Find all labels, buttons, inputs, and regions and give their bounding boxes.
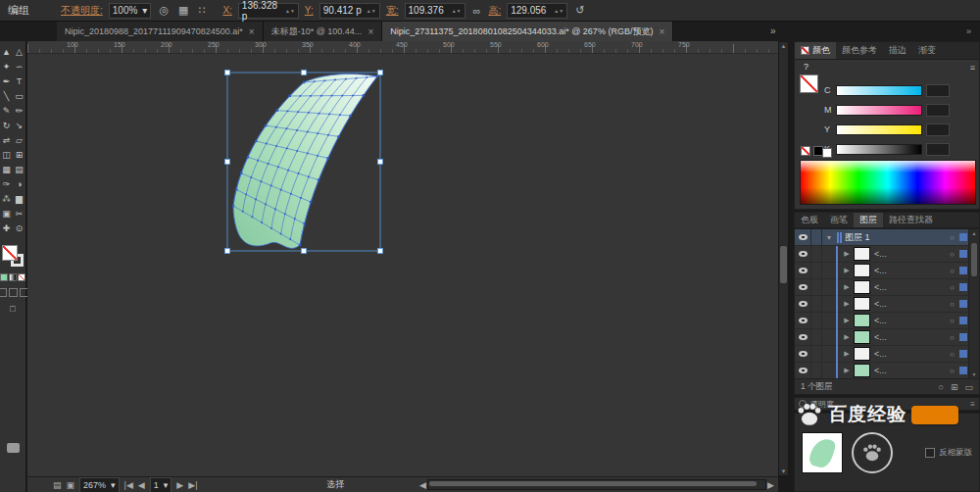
mesh-anchor-point[interactable] [317, 155, 318, 157]
mesh-anchor-point[interactable] [232, 205, 234, 207]
mesh-anchor-point[interactable] [290, 193, 292, 195]
panel-tab-颜色参考[interactable]: 颜色参考 [836, 42, 883, 59]
document-tab[interactable]: Nipic_27311375_20180801082504344033.ai* … [382, 22, 673, 41]
mesh-anchor-point[interactable] [265, 124, 267, 126]
pen-tool[interactable]: ✒ [0, 74, 13, 89]
panel-tab-画笔[interactable]: 画笔 [824, 213, 854, 227]
mesh-anchor-point[interactable] [252, 217, 254, 219]
horizontal-scroll-track[interactable] [427, 479, 766, 490]
mesh-anchor-point[interactable] [376, 75, 378, 77]
scroll-down-icon[interactable]: ▼ [779, 468, 788, 474]
free-transform-tool[interactable]: ▱ [13, 133, 25, 148]
mesh-anchor-point[interactable] [299, 244, 301, 246]
target-icon[interactable]: ○ [947, 350, 957, 359]
lock-cell[interactable] [811, 229, 822, 245]
rotate-tool[interactable]: ↻ [0, 119, 13, 133]
white-swatch[interactable] [822, 148, 832, 158]
mesh-anchor-point[interactable] [286, 128, 288, 130]
expand-triangle-icon[interactable]: ▼ [824, 234, 834, 241]
target-icon[interactable]: ○ [947, 333, 957, 342]
mesh-anchor-point[interactable] [300, 95, 302, 97]
canvas[interactable]: 1001502002503003504004505005506006507007… [27, 41, 778, 476]
mesh-anchor-point[interactable] [268, 163, 270, 165]
mesh-object[interactable] [223, 67, 390, 258]
mesh-anchor-point[interactable] [324, 80, 326, 82]
channel-value-input[interactable] [926, 104, 950, 117]
target-icon[interactable]: ○ [947, 250, 957, 259]
spinner-icon[interactable]: ▲▼ [554, 9, 564, 13]
mesh-anchor-point[interactable] [300, 197, 302, 199]
mesh-anchor-point[interactable] [275, 145, 277, 147]
visibility-cell[interactable] [795, 313, 811, 328]
target-icon[interactable]: ○ [947, 367, 957, 375]
selection-handle[interactable] [225, 71, 230, 75]
scroll-up-icon[interactable]: ▲ [969, 230, 979, 236]
artboard-number-select[interactable]: 1 ▾ [150, 477, 172, 492]
lock-cell[interactable] [811, 263, 822, 278]
column-graph-tool[interactable]: ▆ [13, 192, 25, 207]
mesh-anchor-point[interactable] [308, 112, 310, 114]
vertical-scrollbar[interactable]: ▲ ▼ [778, 41, 789, 476]
visibility-cell[interactable] [795, 296, 811, 312]
opacity-label[interactable]: 不透明度: [61, 4, 103, 18]
panel-tab-图层[interactable]: 图层 [854, 213, 883, 227]
artboard-nav-icon[interactable]: ▣ [67, 480, 75, 490]
close-icon[interactable]: × [249, 26, 255, 37]
mesh-anchor-point[interactable] [318, 132, 319, 134]
expand-triangle-icon[interactable]: ▶ [842, 283, 852, 291]
expand-triangle-icon[interactable]: ▶ [842, 267, 852, 274]
selection-handle[interactable] [302, 71, 307, 75]
document-tab[interactable]: 未标题-10* @ 100.44...× [264, 22, 383, 41]
next-artboard-icon[interactable]: ▶ [176, 480, 183, 490]
layer-row[interactable]: ▶<...○ [795, 346, 979, 363]
mesh-anchor-point[interactable] [247, 156, 249, 158]
style-circle-icon[interactable]: ◎ [159, 4, 169, 17]
opacity-select[interactable]: 100% ▾ [109, 3, 152, 19]
layer-row[interactable]: ▶<...○ [795, 246, 979, 263]
mesh-anchor-point[interactable] [280, 233, 282, 235]
height-input[interactable]: 129.056▲▼ [507, 3, 567, 19]
mesh-anchor-point[interactable] [245, 194, 247, 196]
mesh-anchor-point[interactable] [298, 172, 300, 174]
selection-handle[interactable] [225, 249, 230, 254]
document-tab[interactable]: Nipic_20180988_20177111909470824500.ai*× [57, 22, 264, 41]
mesh-anchor-point[interactable] [251, 176, 253, 178]
horizontal-scroll-thumb[interactable] [429, 481, 757, 486]
mesh-anchor-point[interactable] [284, 214, 286, 216]
first-artboard-icon[interactable]: |◀ [124, 480, 133, 490]
mesh-anchor-point[interactable] [261, 180, 263, 182]
close-icon[interactable]: × [368, 26, 373, 37]
mesh-anchor-point[interactable] [307, 153, 309, 155]
x-input[interactable]: 136.328 p▲▼ [238, 3, 299, 19]
mesh-anchor-point[interactable] [367, 76, 368, 78]
mesh-anchor-point[interactable] [289, 95, 291, 97]
selection-handle[interactable] [225, 160, 230, 165]
spinner-icon[interactable]: ▲▼ [285, 9, 295, 13]
spinner-icon[interactable]: ▲▼ [452, 9, 462, 13]
last-artboard-icon[interactable]: ▶| [188, 480, 197, 490]
mesh-anchor-point[interactable] [290, 239, 292, 241]
mesh-anchor-point[interactable] [270, 185, 272, 187]
mesh-anchor-point[interactable] [320, 95, 322, 97]
mesh-anchor-point[interactable] [327, 134, 329, 136]
expand-triangle-icon[interactable]: ▶ [842, 317, 852, 324]
layers-scroll-thumb[interactable] [971, 243, 977, 276]
mesh-anchor-point[interactable] [280, 189, 282, 191]
blend-tool[interactable]: ◑ [13, 177, 25, 192]
scroll-down-icon[interactable]: ▼ [969, 371, 979, 377]
mesh-anchor-point[interactable] [318, 113, 320, 115]
visibility-cell[interactable] [795, 263, 811, 278]
help-icon[interactable]: ? [804, 62, 808, 72]
constrain-proportions-icon[interactable]: ∞ [473, 5, 481, 17]
mesh-anchor-point[interactable] [308, 176, 310, 178]
expand-triangle-icon[interactable]: ▶ [842, 333, 852, 341]
panel-chip-icon[interactable] [7, 443, 20, 453]
selection-tool[interactable]: ▲ [0, 45, 13, 60]
layer-row[interactable]: ▶<...○ [795, 279, 979, 296]
hand-tool[interactable]: ✚ [0, 221, 13, 236]
magic-wand-tool[interactable]: ✦ [0, 60, 13, 74]
rectangle-tool[interactable]: ▭ [13, 89, 25, 104]
perspective-grid-tool[interactable]: ⊞ [13, 148, 25, 163]
mesh-anchor-point[interactable] [352, 95, 354, 97]
mesh-anchor-point[interactable] [266, 143, 268, 145]
